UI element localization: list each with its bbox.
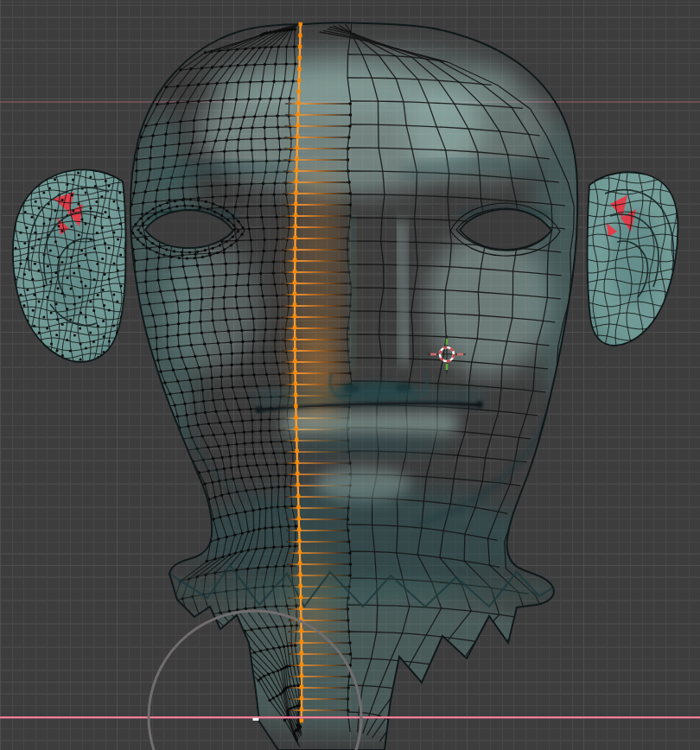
head-mesh[interactable] — [118, 24, 598, 749]
right-ear[interactable] — [582, 166, 683, 366]
blender-3d-viewport[interactable] — [0, 0, 700, 750]
x-axis-line — [0, 716, 700, 719]
left-ear[interactable] — [7, 166, 130, 366]
scene[interactable] — [0, 0, 700, 750]
active-vertex[interactable] — [253, 718, 259, 721]
